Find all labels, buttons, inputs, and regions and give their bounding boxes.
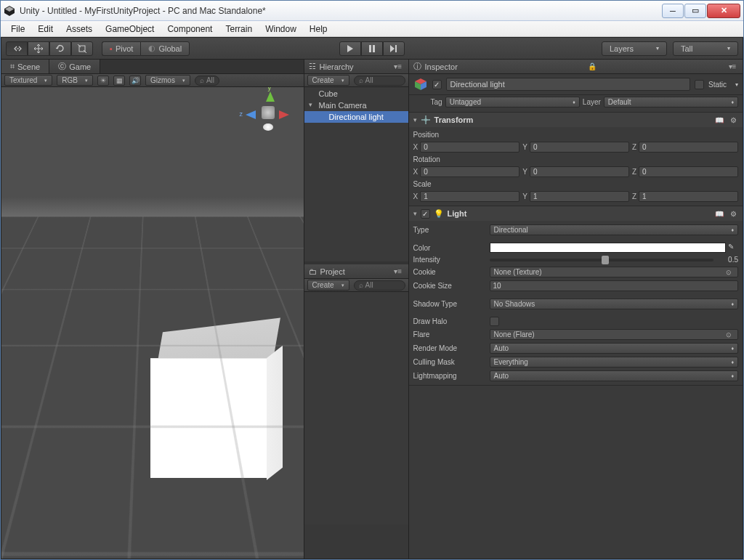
pause-button[interactable] [361, 41, 383, 56]
project-menu-icon[interactable]: ▾≡ [392, 267, 404, 275]
maximize-button[interactable]: ▭ [684, 4, 706, 18]
shadow-label: Shadow Type [413, 300, 490, 308]
menu-assets[interactable]: Assets [60, 22, 98, 36]
culling-mask-dropdown[interactable]: Everything♦ [490, 357, 738, 368]
help-icon[interactable]: 📖 [714, 115, 724, 125]
shadow-type-dropdown[interactable]: No Shadows♦ [490, 299, 738, 309]
menu-component[interactable]: Component [161, 22, 218, 36]
intensity-value: 0.5 [718, 256, 738, 264]
tag-dropdown[interactable]: Untagged♦ [445, 97, 580, 107]
tree-item-selected[interactable]: Directional light [304, 111, 408, 123]
rotation-z-input[interactable] [639, 166, 738, 177]
render-mode-dropdown[interactable]: Textured▾ [4, 75, 52, 86]
minimize-button[interactable]: ─ [662, 4, 684, 18]
light-enabled-toggle[interactable]: ✓ [421, 209, 430, 219]
gear-icon[interactable]: ⚙ [728, 115, 738, 125]
scale-tool-button[interactable] [71, 41, 93, 56]
rgb-dropdown[interactable]: RGB▾ [57, 75, 93, 86]
close-button[interactable]: ✕ [707, 4, 740, 18]
step-button[interactable] [383, 41, 405, 56]
layout-dropdown[interactable]: Tall▾ [673, 41, 738, 56]
rotation-y-input[interactable] [530, 166, 629, 177]
project-search[interactable]: ⌕All [354, 280, 405, 291]
inspector-menu-icon[interactable]: ▾≡ [727, 62, 738, 70]
gizmos-dropdown[interactable]: Gizmos▾ [145, 75, 190, 86]
play-button[interactable] [339, 41, 361, 56]
project-body[interactable] [304, 292, 408, 524]
hand-tool-button[interactable] [6, 41, 28, 56]
intensity-label: Intensity [413, 256, 490, 264]
position-x-input[interactable] [420, 142, 519, 153]
lightmapping-label: Lightmapping [413, 372, 490, 380]
transform-icon [421, 115, 431, 125]
game-icon: ⓒ [58, 61, 66, 72]
menu-help[interactable]: Help [304, 22, 333, 36]
axis-gizmo[interactable]: y z [244, 92, 291, 138]
menu-bar: File Edit Assets GameObject Component Te… [1, 21, 743, 37]
scene-viewport[interactable]: y z [1, 87, 304, 559]
halo-label: Draw Halo [413, 317, 490, 325]
scene-light-toggle[interactable]: ☀ [97, 76, 109, 86]
tree-item[interactable]: Cube [304, 88, 408, 100]
position-y-input[interactable] [530, 142, 629, 153]
color-field[interactable] [490, 243, 726, 253]
menu-window[interactable]: Window [259, 22, 302, 36]
position-label: Position [413, 131, 490, 139]
scene-audio-toggle[interactable]: 🔊 [129, 76, 141, 86]
scene-fx1-toggle[interactable]: ▦ [113, 76, 125, 86]
rotation-label: Rotation [413, 155, 490, 163]
unity-icon [4, 5, 15, 17]
menu-gameobject[interactable]: GameObject [100, 22, 160, 36]
static-label: Static [708, 81, 727, 89]
scale-x-input[interactable] [420, 191, 519, 202]
render-mode-dropdown[interactable]: Auto♦ [490, 343, 738, 354]
help-icon[interactable]: 📖 [714, 208, 724, 219]
project-create-dropdown[interactable]: Create▾ [307, 280, 349, 291]
scale-y-input[interactable] [530, 191, 629, 202]
hierarchy-tree[interactable]: Cube Main Camera Directional light [304, 87, 408, 261]
static-dropdown[interactable]: ▾ [735, 81, 738, 88]
scale-z-input[interactable] [639, 191, 738, 202]
light-title: Light [448, 209, 711, 218]
menu-edit[interactable]: Edit [32, 22, 59, 36]
layer-dropdown[interactable]: Default♦ [604, 97, 738, 107]
position-z-input[interactable] [639, 142, 738, 153]
static-toggle[interactable] [695, 80, 704, 89]
gameobject-active-toggle[interactable]: ✓ [432, 80, 442, 89]
move-tool-button[interactable] [28, 41, 49, 56]
draw-halo-toggle[interactable] [490, 317, 499, 326]
eyedropper-icon[interactable]: ✎ [728, 243, 738, 253]
culling-mask-label: Culling Mask [413, 358, 490, 366]
menu-file[interactable]: File [5, 22, 31, 36]
light-type-dropdown[interactable]: Directional♦ [490, 224, 738, 235]
light-foldout[interactable]: ▾ [413, 210, 417, 217]
gameobject-name-input[interactable] [446, 78, 690, 91]
hierarchy-create-dropdown[interactable]: Create▾ [307, 75, 349, 86]
cookie-size-input[interactable] [490, 280, 738, 291]
lightmapping-dropdown[interactable]: Auto♦ [490, 370, 738, 381]
tree-item[interactable]: Main Camera [304, 100, 408, 111]
hierarchy-search[interactable]: ⌕All [354, 76, 405, 86]
svg-point-12 [424, 118, 427, 121]
cookie-field[interactable]: None (Texture)⊙ [490, 267, 738, 277]
rotation-x-input[interactable] [420, 166, 519, 177]
object-picker-icon[interactable]: ⊙ [724, 331, 734, 338]
layers-dropdown[interactable]: Layers▾ [602, 41, 667, 56]
intensity-slider[interactable] [490, 259, 713, 261]
rotate-tool-button[interactable] [49, 41, 71, 56]
gear-icon[interactable]: ⚙ [728, 208, 738, 219]
tab-game[interactable]: ⓒGame [49, 60, 100, 73]
flare-label: Flare [413, 330, 490, 338]
window-title: Unity - Untitled - MyFirstUnityProject -… [20, 6, 662, 16]
hierarchy-menu-icon[interactable]: ▾≡ [392, 62, 404, 70]
scene-search[interactable]: ⌕All [195, 76, 219, 86]
menu-terrain[interactable]: Terrain [219, 22, 258, 36]
global-toggle[interactable]: ◐Global [140, 41, 190, 56]
flare-field[interactable]: None (Flare)⊙ [490, 329, 738, 340]
tab-scene[interactable]: ⌗Scene [1, 60, 49, 73]
lock-icon[interactable]: 🔒 [587, 62, 597, 70]
object-picker-icon[interactable]: ⊙ [724, 269, 734, 276]
transform-foldout[interactable]: ▾ [413, 116, 417, 123]
pivot-toggle[interactable]: ▪Pivot [102, 41, 140, 56]
svg-marker-3 [347, 45, 353, 52]
